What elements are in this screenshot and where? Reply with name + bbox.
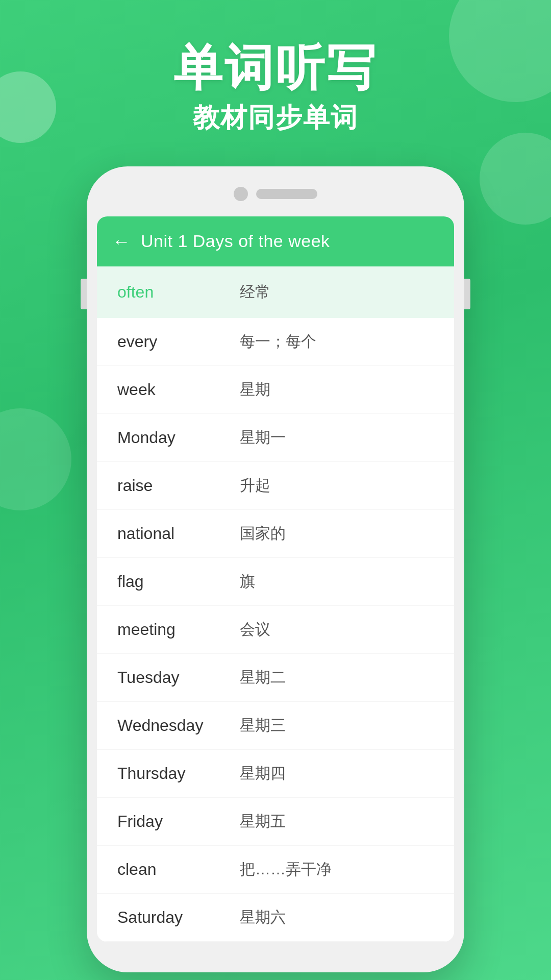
word-chinese: 经常	[240, 282, 270, 303]
main-title: 单词听写	[0, 41, 551, 95]
word-chinese: 星期三	[240, 715, 286, 736]
word-english: Friday	[117, 812, 230, 831]
word-chinese: 星期四	[240, 763, 286, 784]
notch-camera	[234, 187, 248, 201]
word-item[interactable]: often经常	[97, 266, 454, 318]
word-english: clean	[117, 860, 230, 879]
word-chinese: 星期	[240, 379, 270, 400]
deco-circle-bottom-left	[0, 408, 71, 510]
word-english: week	[117, 380, 230, 399]
word-item[interactable]: Thursday星期四	[97, 750, 454, 798]
word-item[interactable]: Wednesday星期三	[97, 702, 454, 750]
word-english: Wednesday	[117, 716, 230, 735]
word-english: raise	[117, 476, 230, 495]
phone-notch	[87, 187, 464, 201]
word-chinese: 星期五	[240, 811, 286, 832]
word-item[interactable]: raise升起	[97, 462, 454, 510]
word-item[interactable]: clean把……弄干净	[97, 846, 454, 894]
word-chinese: 星期一	[240, 427, 286, 448]
phone-side-btn-right	[464, 279, 470, 309]
word-english: Thursday	[117, 764, 230, 783]
word-chinese: 星期二	[240, 667, 286, 688]
word-chinese: 旗	[240, 571, 255, 592]
word-english: flag	[117, 572, 230, 591]
word-english: every	[117, 332, 230, 351]
nav-bar: ← Unit 1 Days of the week	[97, 216, 454, 266]
word-chinese: 星期六	[240, 907, 286, 928]
word-english: Monday	[117, 428, 230, 447]
word-list: often经常every每一；每个week星期Monday星期一raise升起n…	[97, 266, 454, 942]
word-item[interactable]: Saturday星期六	[97, 894, 454, 942]
word-english: national	[117, 524, 230, 543]
back-button[interactable]: ←	[112, 231, 131, 252]
word-english: meeting	[117, 620, 230, 639]
word-english: Tuesday	[117, 668, 230, 687]
word-chinese: 升起	[240, 475, 270, 496]
word-chinese: 会议	[240, 619, 270, 640]
phone-mockup: ← Unit 1 Days of the week often经常every每一…	[87, 166, 464, 972]
word-english: often	[117, 283, 230, 302]
word-chinese: 把……弄干净	[240, 859, 332, 880]
nav-title: Unit 1 Days of the week	[141, 231, 330, 251]
word-item[interactable]: national国家的	[97, 510, 454, 558]
sub-title: 教材同步单词	[0, 100, 551, 136]
phone-side-btn-left	[81, 279, 87, 309]
phone-screen: ← Unit 1 Days of the week often经常every每一…	[97, 216, 454, 942]
word-item[interactable]: flag旗	[97, 558, 454, 606]
word-item[interactable]: Monday星期一	[97, 414, 454, 462]
notch-speaker	[256, 189, 317, 199]
word-item[interactable]: week星期	[97, 366, 454, 414]
word-item[interactable]: Friday星期五	[97, 798, 454, 846]
word-chinese: 国家的	[240, 523, 286, 544]
header-section: 单词听写 教材同步单词	[0, 0, 551, 136]
word-item[interactable]: meeting会议	[97, 606, 454, 654]
word-chinese: 每一；每个	[240, 331, 316, 352]
word-item[interactable]: Tuesday星期二	[97, 654, 454, 702]
word-english: Saturday	[117, 908, 230, 927]
word-item[interactable]: every每一；每个	[97, 318, 454, 366]
deco-circle-mid-right	[480, 133, 551, 225]
